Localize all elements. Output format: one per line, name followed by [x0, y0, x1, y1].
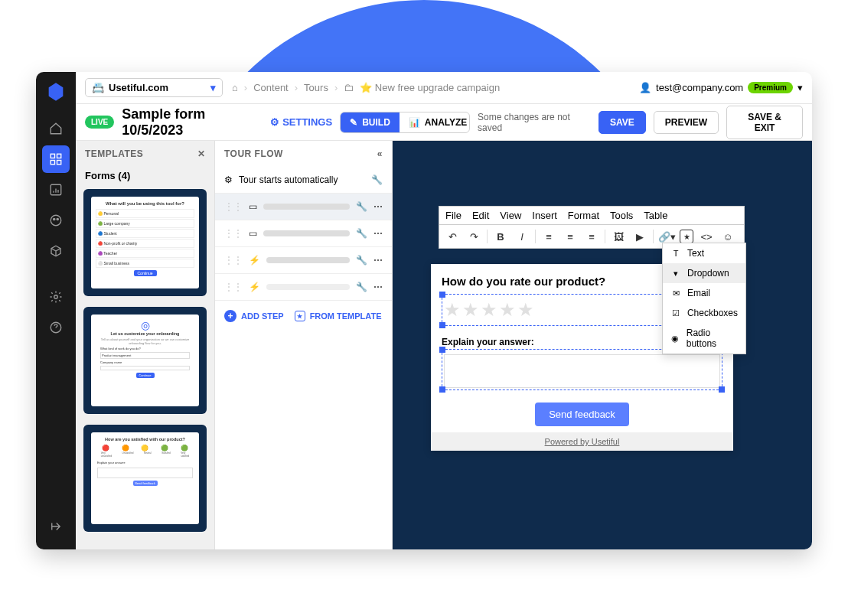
chevron-down-icon[interactable]: ▾ — [797, 82, 803, 93]
more-icon[interactable]: ⋯ — [373, 228, 383, 239]
svg-rect-1 — [57, 154, 61, 158]
canvas: File Edit View Insert Format Tools Table… — [393, 141, 812, 549]
crumb-tours[interactable]: Tours — [304, 82, 328, 93]
powered-by[interactable]: Powered by Usetiful — [431, 432, 733, 451]
star-icon[interactable]: ★ — [481, 299, 497, 321]
nav-home[interactable] — [42, 115, 70, 142]
nav-content[interactable] — [42, 145, 70, 173]
wrench-icon[interactable]: 🔧 — [356, 228, 367, 239]
from-template-button[interactable]: ★ FROM TEMPLATE — [295, 310, 382, 322]
menu-checkboxes[interactable]: ☑Checkboxes — [663, 303, 745, 323]
crumb-content[interactable]: Content — [253, 82, 289, 93]
menu-edit[interactable]: Edit — [472, 210, 489, 221]
redo-icon[interactable]: ↷ — [465, 228, 482, 245]
live-badge: LIVE — [85, 116, 114, 129]
drag-icon[interactable]: ⋮⋮ — [224, 282, 243, 292]
align-right-icon[interactable]: ≡ — [583, 228, 600, 245]
drag-icon[interactable]: ⋮⋮ — [224, 255, 243, 266]
template-card[interactable]: How are you satisfied with our product? … — [83, 425, 207, 532]
menu-format[interactable]: Format — [568, 210, 599, 221]
nav-integrations[interactable] — [42, 237, 70, 265]
dropdown-icon: ▾ — [670, 268, 681, 279]
svg-point-6 — [54, 218, 55, 220]
tour-flow-panel: TOUR FLOW « ⚙ Tour starts automatically … — [215, 141, 393, 549]
preview-button[interactable]: PREVIEW — [654, 111, 719, 134]
save-button[interactable]: SAVE — [598, 111, 646, 134]
menu-file[interactable]: File — [445, 210, 462, 221]
premium-badge: Premium — [748, 82, 793, 93]
editor-menubar: File Edit View Insert Format Tools Table — [439, 206, 745, 225]
action-icon: ⚡ — [249, 282, 260, 292]
nav-analytics[interactable] — [42, 176, 70, 204]
send-feedback-button[interactable]: Send feedback — [535, 403, 629, 426]
templates-subheader: Forms (4) — [76, 167, 214, 189]
align-left-icon[interactable]: ≡ — [540, 228, 557, 245]
close-icon[interactable]: ✕ — [197, 148, 206, 159]
star-icon[interactable]: ★ — [499, 299, 516, 321]
flow-step[interactable]: ⋮⋮ ▭ 🔧 ⋯ — [215, 220, 392, 247]
star-icon[interactable]: ★ — [462, 299, 479, 321]
add-step-button[interactable]: + ADD STEP — [224, 310, 284, 322]
align-center-icon[interactable]: ≡ — [562, 228, 579, 245]
flow-start-row[interactable]: ⚙ Tour starts automatically 🔧 — [215, 167, 392, 194]
user-icon: 👤 — [639, 82, 651, 93]
bold-icon[interactable]: B — [492, 228, 509, 245]
breadcrumbs: ⌂› Content› Tours› 🗀 ⭐ New free upgrade … — [232, 82, 500, 93]
menu-radio[interactable]: ◉Radio buttons — [663, 323, 745, 354]
plus-icon: + — [224, 310, 236, 322]
svg-rect-2 — [51, 161, 54, 165]
save-exit-button[interactable]: SAVE & EXIT — [726, 106, 803, 139]
more-icon[interactable]: ⋯ — [373, 282, 383, 292]
checkbox-icon: ☑ — [670, 308, 681, 318]
selected-element[interactable] — [442, 349, 722, 390]
menu-dropdown[interactable]: ▾Dropdown — [663, 263, 745, 283]
flow-step[interactable]: ⋮⋮ ▭ 🔧 ⋯ — [215, 194, 392, 220]
wrench-icon[interactable]: 🔧 — [356, 255, 367, 266]
home-icon[interactable]: ⌂ — [232, 82, 238, 93]
action-icon: ⚡ — [249, 255, 260, 266]
collapse-icon[interactable]: « — [377, 148, 383, 159]
star-icon[interactable]: ★ — [517, 299, 534, 321]
drag-icon[interactable]: ⋮⋮ — [224, 228, 243, 239]
menu-view[interactable]: View — [500, 210, 521, 221]
logo — [45, 81, 67, 103]
undo-icon[interactable]: ↶ — [444, 228, 461, 245]
more-icon[interactable]: ⋯ — [373, 201, 383, 212]
form-field-icon[interactable]: ★ — [680, 230, 693, 243]
modal-icon: ▭ — [249, 201, 257, 212]
seg-build[interactable]: ✎ BUILD — [341, 112, 400, 132]
flow-step[interactable]: ⋮⋮ ⚡ 🔧 ⋯ — [215, 247, 392, 274]
crumb-campaign[interactable]: ⭐ New free upgrade campaign — [360, 82, 500, 93]
folder-icon: 🗀 — [344, 82, 354, 93]
menu-insert[interactable]: Insert — [532, 210, 557, 221]
nav-themes[interactable] — [42, 207, 70, 234]
site-selector[interactable]: 📇 Usetiful.com ▾ — [85, 78, 223, 97]
video-icon[interactable]: ▶ — [631, 228, 648, 245]
italic-icon[interactable]: I — [514, 228, 530, 245]
wrench-icon[interactable]: 🔧 — [356, 201, 367, 212]
nav-settings[interactable] — [42, 283, 70, 311]
settings-button[interactable]: ⚙ SETTINGS — [270, 116, 332, 128]
answer-textarea[interactable] — [444, 354, 720, 388]
image-icon[interactable]: 🖼 — [610, 228, 627, 245]
template-card[interactable]: What will you be using this tool for? 🟡 … — [83, 189, 207, 296]
nav-help[interactable] — [42, 314, 70, 341]
svg-point-7 — [57, 218, 58, 220]
more-icon[interactable]: ⋯ — [373, 255, 383, 266]
seg-analyze[interactable]: 📊 ANALYZE — [400, 112, 470, 132]
menu-text[interactable]: TText — [663, 243, 745, 263]
user-email[interactable]: test@company.com — [656, 82, 743, 93]
menu-tools[interactable]: Tools — [610, 210, 633, 221]
gear-icon: ⚙ — [270, 116, 279, 128]
drag-icon[interactable]: ⋮⋮ — [224, 201, 243, 212]
menu-email[interactable]: ✉Email — [663, 283, 745, 303]
star-icon[interactable]: ★ — [444, 299, 461, 321]
menu-table[interactable]: Table — [644, 210, 667, 221]
wrench-icon[interactable]: 🔧 — [356, 282, 367, 292]
field-type-menu: TText ▾Dropdown ✉Email ☑Checkboxes ◉Radi… — [662, 243, 746, 354]
nav-expand[interactable] — [42, 513, 70, 540]
template-card[interactable]: ◎ Let us customize your onboarding Tell … — [83, 307, 207, 414]
wrench-icon[interactable]: 🔧 — [371, 174, 383, 185]
flow-step[interactable]: ⋮⋮ ⚡ 🔧 ⋯ — [215, 274, 392, 301]
chevron-down-icon: ▾ — [210, 82, 216, 93]
